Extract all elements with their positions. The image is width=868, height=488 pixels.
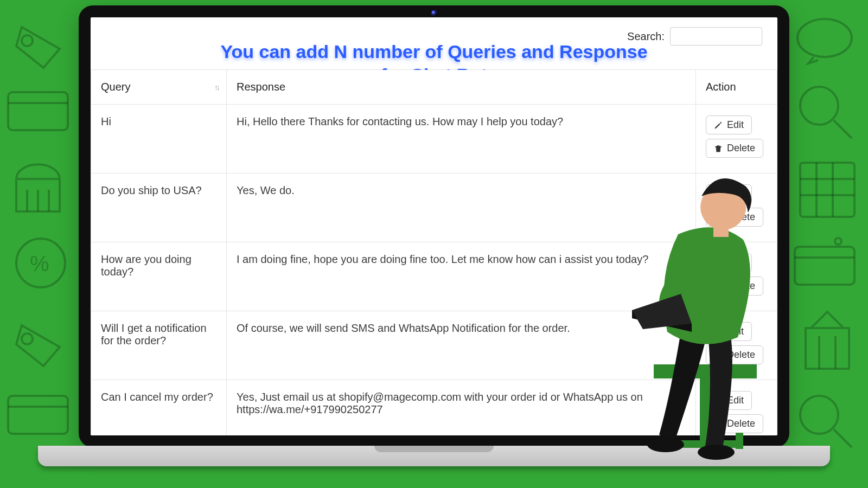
svg-line-11 — [834, 120, 852, 138]
delete-button[interactable]: Delete — [706, 345, 763, 364]
cell-response: Yes, We do. — [227, 174, 696, 242]
edit-button[interactable]: Edit — [706, 322, 752, 341]
sort-icon: ↑↓ — [214, 83, 219, 92]
svg-rect-12 — [800, 163, 854, 217]
search-input[interactable] — [670, 27, 762, 46]
cell-action: EditDelete — [696, 242, 777, 311]
laptop-base — [38, 446, 830, 466]
svg-point-22 — [800, 396, 838, 434]
cell-query: Will I get a notification for the order? — [91, 311, 227, 380]
cell-response: I am doing fine, hope you are doing fine… — [227, 242, 696, 311]
svg-point-19 — [835, 238, 841, 245]
svg-point-9 — [797, 19, 852, 57]
cell-action: EditDelete — [696, 311, 777, 380]
edit-button[interactable]: Edit — [706, 391, 752, 410]
svg-line-23 — [834, 429, 852, 447]
qa-table: Query ↑↓ Response Action HiHi, Hello the… — [91, 69, 777, 435]
cell-response: Yes, Just email us at shopify@magecomp.c… — [227, 380, 696, 436]
table-row: How are you doing today?I am doing fine,… — [91, 242, 777, 311]
cell-query: How are you doing today? — [91, 242, 227, 311]
edit-button[interactable]: Edit — [706, 115, 752, 134]
camera-dot — [431, 10, 437, 16]
col-header-response[interactable]: Response — [227, 70, 696, 105]
cell-response: Hi, Hello there Thanks for contacting us… — [227, 105, 696, 174]
table-row: HiHi, Hello there Thanks for contacting … — [91, 105, 777, 174]
delete-button[interactable]: Delete — [706, 414, 763, 433]
cell-query: Hi — [91, 105, 227, 174]
table-row: Can I cancel my order?Yes, Just email us… — [91, 380, 777, 436]
table-row: Will I get a notification for the order?… — [91, 311, 777, 380]
cell-query: Do you ship to USA? — [91, 174, 227, 242]
cell-action: EditDelete — [696, 174, 777, 242]
cell-action: EditDelete — [696, 380, 777, 436]
svg-text:%: % — [30, 252, 49, 275]
screen: Search: You can add N number of Queries … — [91, 17, 777, 435]
edit-button[interactable]: Edit — [706, 253, 752, 272]
col-header-action: Action — [696, 70, 777, 105]
svg-rect-7 — [8, 396, 68, 434]
cell-query: Can I cancel my order? — [91, 380, 227, 436]
col-header-query[interactable]: Query ↑↓ — [91, 70, 227, 105]
delete-button[interactable]: Delete — [706, 139, 763, 158]
delete-button[interactable]: Delete — [706, 277, 763, 296]
laptop-frame: Search: You can add N number of Queries … — [79, 5, 789, 447]
svg-point-10 — [800, 87, 838, 125]
svg-point-5 — [16, 239, 65, 287]
cell-action: EditDelete — [696, 105, 777, 174]
edit-button[interactable]: Edit — [706, 184, 752, 203]
svg-rect-0 — [8, 92, 68, 130]
table-row: Do you ship to USA?Yes, We do.EditDelete — [91, 174, 777, 242]
cell-response: Of course, we will send SMS and WhatsApp… — [227, 311, 696, 380]
search-label: Search: — [627, 30, 665, 43]
svg-rect-17 — [795, 247, 854, 285]
delete-button[interactable]: Delete — [706, 208, 763, 227]
